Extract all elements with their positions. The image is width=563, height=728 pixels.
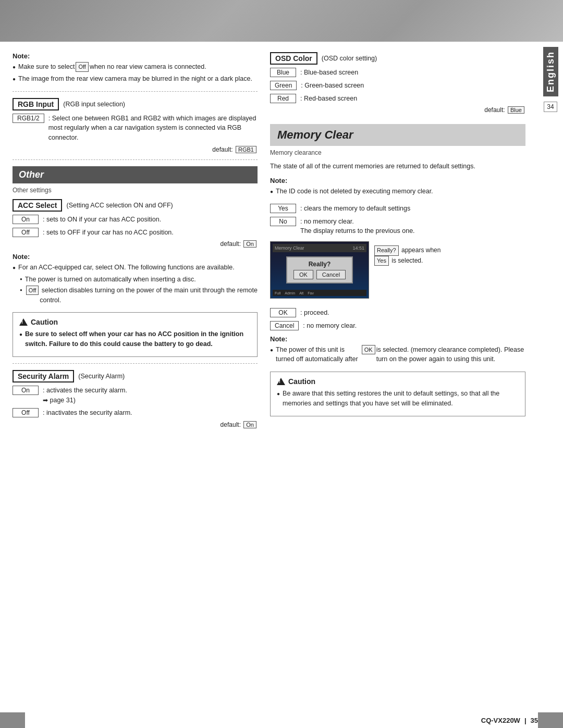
rgb-option-row: RGB1/2 : Select one between RGB1 and RGB… <box>13 114 258 143</box>
osd-color-section: OSD Color (OSD color setting) Blue : Blu… <box>270 52 525 114</box>
note-label-mc: Note: <box>270 177 525 184</box>
note-block-mc: Note: The ID code is not deleted by exec… <box>270 177 525 196</box>
osd-blue-box: Blue <box>270 68 296 77</box>
acc-select-section: ACC Select (Setting ACC selection ON and… <box>13 199 258 248</box>
note-block-1: Note: Make sure to select Off when no re… <box>13 52 258 84</box>
rgb-input-feature-row: RGB Input (RGB input selection) <box>13 98 258 110</box>
osd-blue-desc: : Blue-based screen <box>300 68 358 78</box>
divider-1 <box>13 91 258 92</box>
screenshot-section: Memory Clear 14:51 Full Admin Alt Fav Re… <box>270 241 525 303</box>
mc-note-bullet-1: The ID code is not deleted by executing … <box>270 187 525 196</box>
acc-default-box: On <box>243 240 256 248</box>
right-column: OSD Color (OSD color setting) Blue : Blu… <box>270 52 525 434</box>
off-inline-box-1: Off <box>76 62 88 72</box>
rgb-input-desc: (RGB input selection) <box>63 101 125 108</box>
language-label: English <box>543 47 558 96</box>
acc-select-label: ACC Select <box>13 199 62 212</box>
note-label-1: Note: <box>13 52 258 60</box>
mc-cancel-row: Cancel : no memory clear. <box>270 321 525 331</box>
note-block-mc2: Note: The power of this unit is turned o… <box>270 335 525 365</box>
security-on-desc: : activates the security alarm.➡ page 31… <box>43 386 127 405</box>
acc-off-desc: : sets to OFF if your car has no ACC pos… <box>43 228 174 238</box>
mc-btn-row: OK Cancel <box>293 270 346 279</box>
mc-no-box: No <box>270 217 296 226</box>
mc-ok-btn[interactable]: OK <box>293 270 313 279</box>
osd-red-row: Red : Red-based screen <box>270 94 525 104</box>
caution-title-1: Caution <box>19 318 251 326</box>
memory-clear-section: Memory Clear Memory clearance The state … <box>270 124 525 416</box>
note2-bullet-1: For an ACC-equipped car, select ON. The … <box>13 263 258 273</box>
security-alarm-feature-row: Security Alarm (Security Alarm) <box>13 370 258 382</box>
security-default-box: On <box>243 421 256 428</box>
note-label-mc2: Note: <box>270 335 525 343</box>
footer: CQ-VX220W | 35 <box>0 712 563 728</box>
caution-box-2: Caution Be aware that this setting resto… <box>270 372 525 416</box>
footer-separator: | <box>524 717 527 724</box>
mc-note2-bullet-1: The power of this unit is turned off aut… <box>270 345 525 365</box>
rgb12-box: RGB1/2 <box>13 114 44 123</box>
mc-cancel-box: Cancel <box>270 321 299 330</box>
top-image <box>0 0 563 42</box>
footer-page-number: 35 <box>531 717 538 724</box>
mc-yes-box: Yes <box>270 204 296 213</box>
osd-red-desc: : Red-based screen <box>300 94 357 104</box>
mc-no-row: No : no memory clear.The display returns… <box>270 217 525 237</box>
security-on-row: On : activates the security alarm.➡ page… <box>13 386 258 405</box>
mc-cancel-btn[interactable]: Cancel <box>316 270 346 279</box>
caution-triangle-icon-2 <box>277 378 285 385</box>
osd-default-row: default: Blue <box>270 106 525 114</box>
security-alarm-label: Security Alarm <box>13 370 74 382</box>
rgb-default-box: RGB1 <box>236 146 256 153</box>
osd-color-desc: (OSD color setting) <box>322 55 377 62</box>
caution-title-2: Caution <box>277 377 519 386</box>
note2-sub-bullet-2: Off selection disables turning on the po… <box>13 286 258 305</box>
footer-left-bar <box>0 712 25 728</box>
ok-inline-box: OK <box>362 345 375 355</box>
mc-ok-box: OK <box>270 308 296 317</box>
security-off-row: Off : inactivates the security alarm. <box>13 408 258 418</box>
osd-blue-row: Blue : Blue-based screen <box>270 68 525 78</box>
acc-on-box: On <box>13 215 39 224</box>
acc-default-row: default: On <box>13 240 258 248</box>
note-bullet-1: Make sure to select Off when no rear vie… <box>13 62 258 72</box>
rgb12-desc: : Select one between RGB1 and RGB2 with … <box>48 114 258 143</box>
footer-product-name: CQ-VX220W <box>481 717 520 724</box>
off-inline-box-2: Off <box>26 286 39 295</box>
security-off-desc: : inactivates the security alarm. <box>43 408 132 418</box>
mc-ok-desc: : proceed. <box>300 308 329 318</box>
note-block-2: Note: For an ACC-equipped car, select ON… <box>13 253 258 305</box>
memory-clear-header: Memory Clear <box>270 124 525 146</box>
osd-green-row: Green : Green-based screen <box>270 81 525 91</box>
memory-clear-subtext: Memory clearance <box>270 149 525 156</box>
memory-clear-intro: The state of all of the current memories… <box>270 162 525 171</box>
really-inline-box: Really? <box>374 245 399 256</box>
osd-color-label: OSD Color <box>270 52 317 65</box>
caution-text-1: Be sure to select off when your car has … <box>19 329 251 349</box>
security-alarm-desc: (Security Alarm) <box>78 373 125 380</box>
osd-default-box: Blue <box>508 106 524 114</box>
note2-sub-bullet-1: The power is turned on automatically whe… <box>13 275 258 285</box>
acc-on-desc: : sets to ON if your car has ACC positio… <box>43 215 161 225</box>
mc-yes-desc: : clears the memory to default settings <box>300 204 410 214</box>
security-default-row: default: On <box>13 421 258 428</box>
page-number-34: 34 <box>544 102 557 112</box>
main-content: Note: Make sure to select Off when no re… <box>0 42 538 444</box>
security-off-box: Off <box>13 408 39 417</box>
mc-screenshot: Memory Clear 14:51 Full Admin Alt Fav Re… <box>270 241 369 299</box>
mc-dialog-box: Really? OK Cancel <box>286 256 353 283</box>
divider-2 <box>13 159 258 160</box>
right-sidebar: English 34 <box>538 42 563 712</box>
osd-green-desc: : Green-based screen <box>301 81 364 91</box>
osd-red-box: Red <box>270 94 296 103</box>
acc-select-feature-row: ACC Select (Setting ACC selection ON and… <box>13 199 258 212</box>
left-column: Note: Make sure to select Off when no re… <box>13 52 258 434</box>
rgb-input-section: RGB Input (RGB input selection) RGB1/2 :… <box>13 98 258 153</box>
screenshot-caption-text: Really? appears when Yes is selected. <box>373 241 440 266</box>
mc-ok-row: OK : proceed. <box>270 308 525 318</box>
mc-no-desc: : no memory clear.The display returns to… <box>300 217 415 237</box>
acc-on-row: On : sets to ON if your car has ACC posi… <box>13 215 258 225</box>
yes-inline-box: Yes <box>374 256 389 266</box>
acc-select-desc: (Setting ACC selection ON and OFF) <box>66 202 173 209</box>
mc-yes-row: Yes : clears the memory to default setti… <box>270 204 525 214</box>
acc-off-box: Off <box>13 228 39 237</box>
